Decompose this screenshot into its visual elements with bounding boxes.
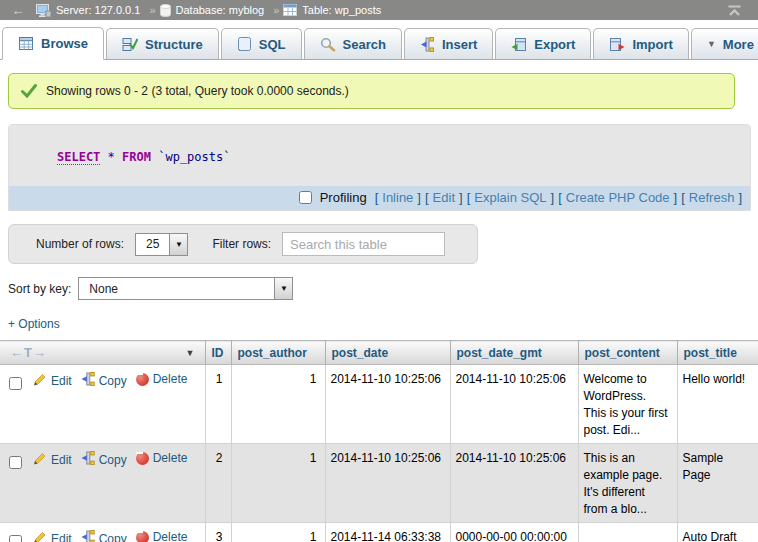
delete-row-link[interactable]: Delete — [136, 371, 188, 388]
cell-post-date-gmt: 0000-00-00 00:00:00 — [450, 523, 578, 542]
cell-post-date-gmt: 2014-11-10 10:25:06 — [450, 444, 578, 523]
row-controls-box: Number of rows: 25 ▼ Filter rows: — [8, 224, 478, 264]
query-actions-bar: Profiling [ Inline ] [ Edit ] [ Explain … — [9, 186, 750, 210]
table-row: EditCopyDelete 2 1 2014-11-10 10:25:06 2… — [0, 444, 758, 523]
breadcrumb-server-label: Server: 127.0.0.1 — [56, 4, 140, 16]
rows-per-page-value: 25 — [136, 234, 169, 255]
refresh-link[interactable]: Refresh — [689, 190, 735, 205]
tab-more[interactable]: ▼ More — [691, 28, 758, 59]
breadcrumb-database[interactable]: Database: myblog — [160, 4, 265, 17]
column-header-post-author[interactable]: post_author — [231, 341, 325, 365]
dropdown-arrow-icon: ▼ — [274, 278, 292, 299]
cell-post-content: This is an example page. It's different … — [578, 444, 677, 523]
inline-link[interactable]: Inline — [382, 190, 413, 205]
delete-row-link[interactable]: Delete — [136, 450, 188, 467]
sort-key-value: None — [79, 278, 128, 299]
tab-structure[interactable]: Structure — [106, 28, 219, 59]
row-checkbox[interactable] — [9, 377, 22, 390]
edit-row-link[interactable]: Edit — [32, 372, 72, 391]
table-icon — [283, 4, 297, 16]
column-header-post-content[interactable]: post_content — [578, 341, 677, 365]
pencil-icon — [32, 372, 47, 391]
status-message: Showing rows 0 - 2 (3 total, Query took … — [8, 73, 735, 109]
copy-row-link[interactable]: Copy — [81, 530, 127, 542]
bracket: [ — [681, 190, 685, 205]
server-icon — [36, 4, 51, 17]
table-row: EditCopyDelete 3 1 2014-11-14 06:33:38 0… — [0, 523, 758, 542]
row-checkbox[interactable] — [9, 456, 22, 469]
table-row: EditCopyDelete 1 1 2014-11-10 10:25:06 2… — [0, 365, 758, 444]
column-header-post-date-gmt[interactable]: post_date_gmt — [450, 341, 578, 365]
database-icon — [160, 4, 171, 17]
tab-export[interactable]: Export — [495, 28, 591, 59]
bracket: ] — [738, 190, 742, 205]
delete-row-link[interactable]: Delete — [136, 529, 188, 542]
cell-post-date: 2014-11-10 10:25:06 — [325, 444, 450, 523]
cell-post-author: 1 — [231, 365, 325, 444]
tab-export-label: Export — [534, 37, 575, 52]
sql-star: * — [108, 150, 115, 164]
tab-bar: Browse Structure SQL Search Insert Expor… — [0, 20, 758, 60]
tab-import[interactable]: Import — [593, 28, 688, 59]
bracket: ] — [417, 190, 421, 205]
column-header-post-title[interactable]: post_title — [677, 341, 758, 365]
column-header-post-date[interactable]: post_date — [325, 341, 450, 365]
tab-more-label: More — [723, 37, 754, 52]
bracket: [ — [467, 190, 471, 205]
pencil-icon — [32, 530, 47, 542]
tab-search[interactable]: Search — [304, 28, 402, 59]
num-rows-label: Number of rows: — [36, 237, 124, 251]
cell-post-date: 2014-11-10 10:25:06 — [325, 365, 450, 444]
row-actions-cell: EditCopyDelete — [0, 444, 205, 523]
delete-icon — [136, 452, 149, 465]
column-header-id[interactable]: ID — [205, 341, 231, 365]
filter-input[interactable] — [282, 232, 445, 256]
bracket: ] — [459, 190, 463, 205]
tab-import-label: Import — [632, 37, 672, 52]
cell-post-date: 2014-11-14 06:33:38 — [325, 523, 450, 542]
sort-order-icon[interactable]: ▼ — [186, 348, 195, 358]
edit-row-link[interactable]: Edit — [32, 451, 72, 470]
copy-row-link[interactable]: Copy — [81, 372, 127, 391]
breadcrumb-separator: » — [149, 4, 155, 16]
back-arrow-button[interactable]: ← — [0, 3, 36, 18]
sort-key-select[interactable]: None ▼ — [78, 277, 293, 300]
status-message-text: Showing rows 0 - 2 (3 total, Query took … — [46, 84, 349, 98]
query-box: SELECT * FROM `wp_posts` Profiling [ Inl… — [8, 124, 751, 211]
cell-post-title: Sample Page — [677, 444, 758, 523]
tab-insert[interactable]: Insert — [404, 28, 493, 59]
tab-search-label: Search — [343, 37, 386, 52]
create-php-code-link[interactable]: Create PHP Code — [566, 190, 670, 205]
copy-icon — [81, 451, 95, 470]
tab-sql[interactable]: SQL — [221, 28, 302, 59]
bracket: ] — [551, 190, 555, 205]
breadcrumb-server[interactable]: Server: 127.0.0.1 — [36, 4, 140, 17]
collapse-navigation-icon[interactable] — [727, 5, 742, 16]
edit-row-link[interactable]: Edit — [32, 530, 72, 542]
bracket: [ — [558, 190, 562, 205]
tab-sql-label: SQL — [259, 37, 286, 52]
bracket: ] — [674, 190, 678, 205]
cell-post-author: 1 — [231, 444, 325, 523]
search-icon — [320, 37, 336, 52]
profiling-checkbox[interactable] — [299, 191, 312, 204]
profiling-label: Profiling — [320, 190, 367, 205]
rows-per-page-select[interactable]: 25 ▼ — [135, 233, 188, 256]
row-checkbox[interactable] — [9, 535, 22, 542]
copy-icon — [81, 530, 95, 542]
options-toggle-link[interactable]: + Options — [8, 317, 60, 331]
breadcrumb-table[interactable]: Table: wp_posts — [283, 4, 381, 16]
table-header-row: ←T→ ▼ ID post_author post_date post_date… — [0, 341, 758, 365]
actions-header: ←T→ ▼ — [0, 341, 205, 365]
tab-browse[interactable]: Browse — [2, 27, 104, 60]
sql-keyword-select: SELECT — [57, 150, 100, 165]
copy-row-link[interactable]: Copy — [81, 451, 127, 470]
delete-icon — [136, 531, 149, 542]
insert-icon — [420, 37, 435, 52]
edit-query-link[interactable]: Edit — [433, 190, 455, 205]
explain-sql-link[interactable]: Explain SQL — [474, 190, 546, 205]
transpose-icon[interactable]: ←T→ — [10, 345, 47, 360]
bracket: [ — [425, 190, 429, 205]
sql-keyword-from: FROM — [122, 150, 151, 164]
tab-browse-label: Browse — [41, 36, 88, 51]
